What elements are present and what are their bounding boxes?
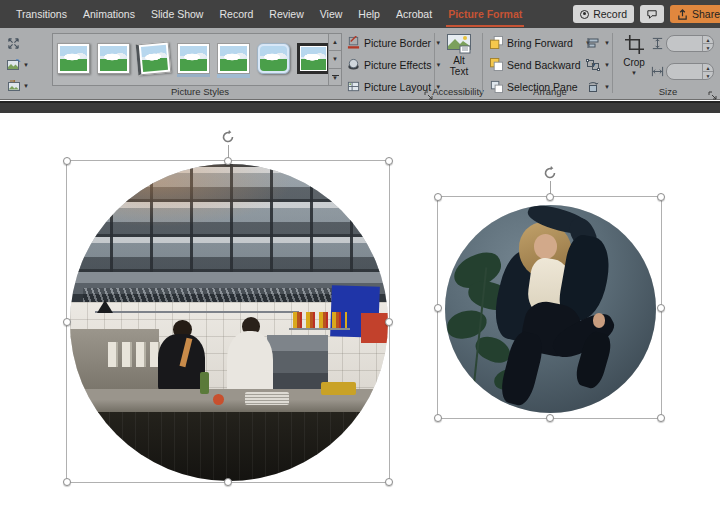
tab-view[interactable]: View [312,0,351,28]
kitchen-equipment [267,335,327,389]
picture-effects-icon [347,58,360,71]
gallery-more-button[interactable]: ▼ [329,69,341,85]
tab-slide-show[interactable]: Slide Show [143,0,212,28]
picture-style-thumb-4[interactable] [177,43,210,76]
selection-handle[interactable] [385,478,393,486]
shape-height-input[interactable] [667,36,702,51]
size-dialog-launcher[interactable] [708,87,718,97]
selection-handle[interactable] [546,193,554,201]
crop-button[interactable]: Crop ▼ [618,35,650,76]
group-objects-button[interactable]: ▼ [586,56,610,73]
portrait-image-selection[interactable] [437,196,662,419]
reset-picture-button[interactable]: ▼ [7,77,37,94]
selection-handle[interactable] [63,478,71,486]
gallery-scroll-up-button[interactable]: ▲ [329,34,341,51]
shape-height-icon[interactable] [651,37,664,50]
dropdown-arrow: ▼ [618,70,650,76]
selection-handle[interactable] [434,414,442,422]
ribbon-tab-bar: Transitions Animations Slide Show Record… [0,0,720,28]
shape-height-field[interactable]: ▲▼ [666,35,714,52]
send-backward-button[interactable]: Send Backward ▼ [490,56,597,73]
selection-handle[interactable] [385,157,393,165]
tab-transitions[interactable]: Transitions [8,0,75,28]
dropdown-arrow: ▼ [604,62,610,68]
ribbon-tabs: Transitions Animations Slide Show Record… [0,0,530,28]
width-spinner[interactable]: ▲▼ [702,64,713,79]
bring-forward-icon [490,36,503,49]
comments-button[interactable] [640,5,664,23]
titlebar-actions: Record Share [573,0,720,28]
tab-picture-format[interactable]: Picture Format [440,0,530,28]
picture-border-button[interactable]: Picture Border ▼ [347,34,441,51]
selection-handle[interactable] [546,414,554,422]
spin-down-icon[interactable]: ▼ [703,72,713,79]
tab-record[interactable]: Record [211,0,261,28]
selection-handle[interactable] [657,193,665,201]
align-objects-button[interactable]: ▼ [586,34,610,51]
selection-handle[interactable] [63,318,71,326]
dropdown-arrow: ▼ [604,84,610,90]
crop-icon [625,35,644,54]
selection-handle[interactable] [385,318,393,326]
bring-forward-button[interactable]: Bring Forward ▼ [490,34,591,51]
kitchen-image-selection[interactable] [66,160,390,483]
picture-style-thumb-3[interactable] [137,43,170,76]
align-objects-icon [586,37,600,49]
rotate-handle[interactable] [220,129,236,145]
kitchen-counter-front [70,412,388,481]
portrait-image[interactable] [445,205,656,413]
shape-width-input[interactable] [667,64,702,79]
style-reflection [217,43,250,74]
tab-review[interactable]: Review [261,0,311,28]
slide-canvas[interactable] [0,113,720,524]
picture-style-thumb-6[interactable] [257,43,290,76]
group-separator [434,33,435,93]
kitchen-image[interactable] [70,164,388,481]
woman-face [534,234,557,259]
selection-handle[interactable] [224,157,232,165]
selection-handle[interactable] [434,193,442,201]
gallery-scroll-down-button[interactable]: ▼ [329,51,341,68]
share-button[interactable]: Share [670,5,720,23]
picture-styles-group-label: Picture Styles [120,86,280,97]
record-button[interactable]: Record [573,5,634,23]
style-white-frame-soft [97,43,130,74]
ribbon: ▼ ▼ ▲ ▼ ▼ Picture Styles Picture Border [0,28,720,100]
rotate-handle[interactable] [542,165,558,181]
picture-layout-label: Picture Layout [364,81,431,93]
picture-style-thumb-5[interactable] [217,43,250,76]
record-icon [580,10,589,19]
change-picture-button[interactable]: ▼ [7,56,37,73]
spin-up-icon[interactable]: ▲ [703,64,713,72]
picture-style-thumb-2[interactable] [97,43,130,76]
reset-picture-icon [7,80,21,92]
selection-handle[interactable] [657,414,665,422]
height-spinner[interactable]: ▲▼ [702,36,713,51]
shape-width-field[interactable]: ▲▼ [666,63,714,80]
spin-up-icon[interactable]: ▲ [703,36,713,44]
picture-style-thumb-7[interactable] [297,43,330,76]
selection-handle[interactable] [657,304,665,312]
tab-animations[interactable]: Animations [75,0,143,28]
alt-text-label-2: Text [450,66,468,77]
spin-down-icon[interactable]: ▼ [703,44,713,51]
selection-handle[interactable] [434,304,442,312]
chef-right-body [227,331,273,394]
selection-handle[interactable] [224,478,232,486]
tab-help[interactable]: Help [350,0,388,28]
compress-pictures-icon [7,37,20,50]
shape-width-icon[interactable] [651,65,664,78]
alt-text-button[interactable]: Alt Text [440,33,478,85]
share-icon [677,9,688,20]
picture-layout-icon [347,80,360,93]
style-shadow-blue [177,43,210,74]
picture-effects-button[interactable]: Picture Effects ▼ [347,56,441,73]
picture-border-icon [347,36,360,49]
compress-pictures-button[interactable] [7,35,37,52]
powerpoint-window: Transitions Animations Slide Show Record… [0,0,720,524]
workspace-band [0,101,720,113]
dropdown-arrow: ▼ [23,83,29,89]
selection-handle[interactable] [63,157,71,165]
tab-acrobat[interactable]: Acrobat [388,0,440,28]
picture-style-thumb-1[interactable] [57,43,90,76]
